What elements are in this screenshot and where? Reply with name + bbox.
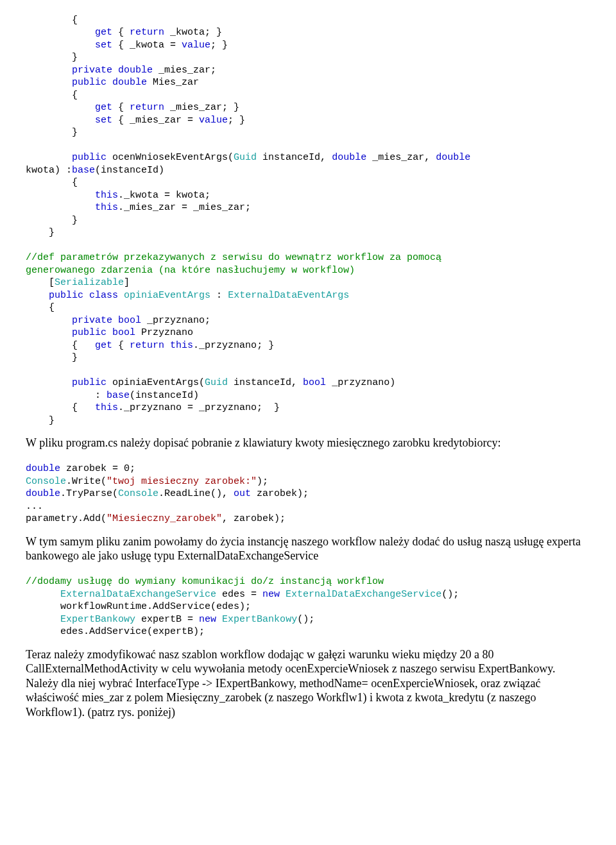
paragraph-1: W pliku program.cs należy dopisać pobran…	[26, 436, 590, 450]
paragraph-4: Należy dla niej wybrać InterfaceType -> …	[26, 676, 590, 720]
paragraph-2: W tym samym pliku zanim powołamy do życi…	[26, 534, 590, 563]
paragraph-3: Teraz należy zmodyfikować nasz szablon w…	[26, 647, 590, 676]
code-block-2: double zarobek = 0; Console.Write("twoj …	[26, 450, 590, 525]
code-block-1: { get { return _kwota; } set { _kwota = …	[26, 1, 590, 427]
code-block-3: //dodamy usługę do wymiany komunikacji d…	[26, 563, 590, 638]
